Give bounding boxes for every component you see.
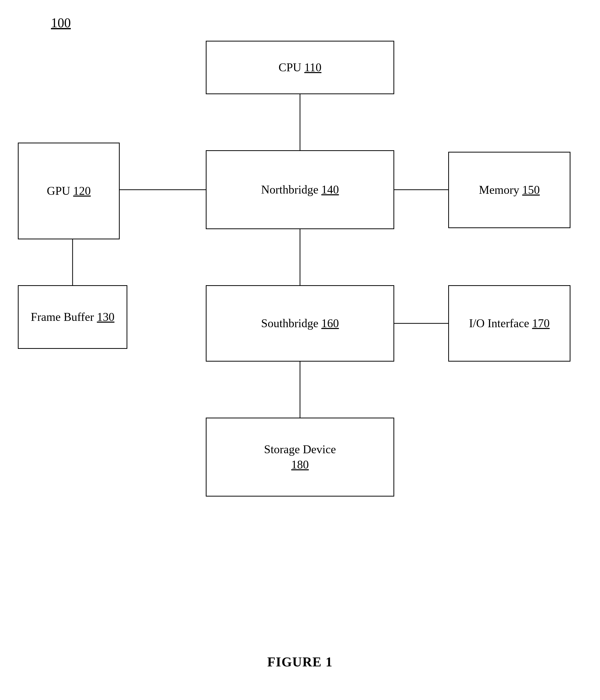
io-interface-label: I/O Interface 170 [469, 316, 550, 331]
figure-label: FIGURE 1 [267, 654, 332, 670]
cpu-box: CPU 110 [206, 41, 394, 94]
io-interface-box: I/O Interface 170 [448, 285, 571, 361]
memory-label: Memory 150 [479, 182, 540, 198]
gpu-box: GPU 120 [18, 143, 120, 240]
northbridge-box: Northbridge 140 [206, 150, 394, 229]
southbridge-box: Southbridge 160 [206, 285, 394, 361]
memory-box: Memory 150 [448, 152, 571, 228]
frame-buffer-label: Frame Buffer 130 [31, 309, 115, 325]
storage-device-box: Storage Device180 [206, 418, 394, 497]
northbridge-label: Northbridge 140 [261, 182, 339, 197]
southbridge-label: Southbridge 160 [261, 316, 339, 331]
storage-device-label: Storage Device180 [264, 442, 336, 472]
diagram-container: 100 CPU 110 GPU 120 Northbridge 140 [0, 0, 600, 700]
diagram-ref: 100 [51, 15, 71, 30]
cpu-label: CPU 110 [279, 60, 321, 75]
gpu-label: GPU 120 [47, 183, 91, 199]
frame-buffer-box: Frame Buffer 130 [18, 285, 127, 349]
